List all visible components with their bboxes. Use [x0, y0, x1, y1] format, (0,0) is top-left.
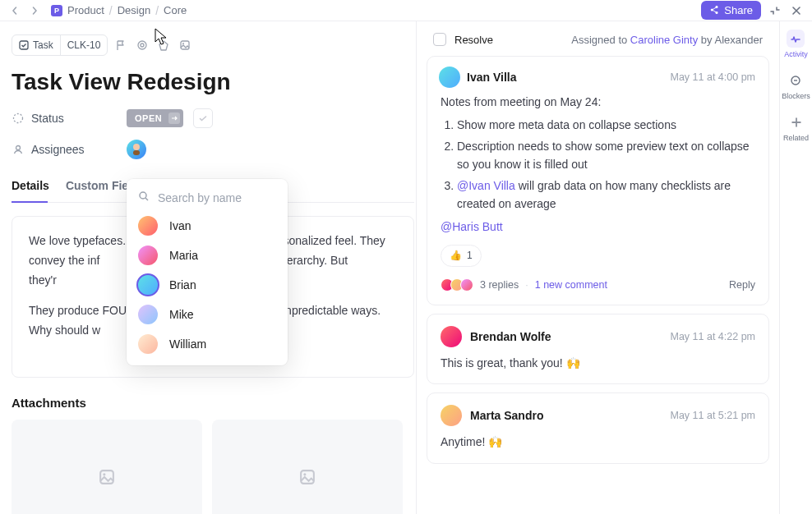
comment-list-item: Description needs to show some preview t… — [457, 137, 755, 174]
status-label: Status — [31, 112, 64, 125]
svg-point-2 — [141, 44, 144, 47]
status-caret-icon — [168, 112, 180, 124]
status-value: OPEN — [135, 113, 162, 123]
comment-card: Brendan Wolfe May 11 at 4:22 pm This is … — [427, 314, 769, 384]
breadcrumb-product[interactable]: Product — [67, 4, 104, 16]
status-icon — [12, 112, 25, 124]
search-icon — [138, 190, 150, 204]
tab-details[interactable]: Details — [12, 171, 49, 202]
avatar-icon — [441, 326, 462, 347]
comment-body: Anytime! 🙌 — [441, 433, 755, 451]
sidebar-tab-label: Related — [783, 134, 809, 142]
assigned-to-text: Assigned to Caroline Ginty by Alexander — [571, 34, 763, 46]
reply-button[interactable]: Reply — [729, 277, 755, 293]
svg-point-5 — [14, 114, 23, 123]
comment-timestamp: May 11 at 5:21 pm — [670, 410, 755, 421]
breadcrumb-separator: / — [109, 4, 113, 17]
sidebar-tab-blockers[interactable]: Blockers — [782, 71, 810, 100]
breadcrumb: P Product / Design / Core — [51, 4, 187, 17]
project-icon: P — [51, 5, 62, 16]
task-id: CLK-10 — [67, 39, 101, 51]
avatar-icon — [138, 246, 158, 265]
mention-link[interactable]: @Haris Butt — [441, 220, 503, 233]
attachment-placeholder[interactable] — [212, 420, 403, 514]
breadcrumb-design[interactable]: Design — [118, 4, 150, 16]
page-title: Task View Redesign — [12, 69, 414, 95]
comment-intro: Notes from meeting on May 24: — [441, 93, 755, 111]
nav-forward-button[interactable] — [28, 4, 41, 17]
reply-avatars — [441, 278, 473, 291]
assignee-option-maria[interactable]: Maria — [127, 241, 288, 270]
comment-timestamp: May 11 at 4:00 pm — [670, 71, 755, 83]
svg-rect-0 — [20, 41, 28, 49]
task-type-label: Task — [33, 39, 53, 51]
complete-checkbox[interactable] — [193, 108, 213, 128]
attachments-heading: Attachments — [12, 396, 414, 410]
task-pill[interactable]: Task CLK-10 — [12, 34, 108, 56]
comment-author: Brendan Wolfe — [470, 330, 551, 343]
svg-rect-9 — [100, 470, 113, 484]
target-icon[interactable] — [134, 37, 150, 53]
sidebar-tab-label: Activity — [784, 50, 808, 58]
comment-author: Ivan Villa — [467, 71, 516, 84]
svg-point-4 — [182, 43, 184, 44]
share-button[interactable]: Share — [701, 1, 761, 20]
flag-icon[interactable] — [113, 37, 129, 53]
breadcrumb-separator: / — [155, 4, 159, 17]
nav-back-button[interactable] — [8, 4, 21, 17]
sidebar-tab-activity[interactable]: Activity — [784, 30, 808, 58]
collapse-icon[interactable] — [768, 3, 782, 18]
comment-list-item: @Ivan Villa will grab data on how many c… — [457, 177, 755, 213]
close-icon[interactable] — [789, 3, 804, 18]
svg-point-12 — [303, 473, 306, 475]
breadcrumb-core[interactable]: Core — [164, 4, 187, 16]
attachment-placeholder[interactable] — [12, 420, 202, 514]
reaction-button[interactable]: 👍 1 — [441, 245, 482, 267]
avatar-icon — [138, 216, 158, 236]
status-badge[interactable]: OPEN — [127, 109, 183, 127]
new-comment-link[interactable]: 1 new comment — [535, 277, 607, 293]
share-label: Share — [724, 4, 753, 16]
svg-rect-3 — [181, 41, 189, 49]
svg-point-7 — [133, 144, 140, 150]
avatar-icon — [138, 334, 158, 354]
comment-author: Marta Sandro — [470, 409, 543, 422]
avatar-icon — [441, 405, 462, 426]
assignees-label: Assignees — [31, 143, 85, 156]
avatar-icon — [439, 67, 460, 88]
comment-body: This is great, thank you! 🙌 — [441, 354, 755, 372]
comment-card: Marta Sandro May 11 at 5:21 pm Anytime! … — [427, 392, 769, 463]
tag-icon[interactable] — [155, 37, 172, 53]
comment-timestamp: May 11 at 4:22 pm — [670, 331, 755, 342]
svg-point-10 — [103, 473, 105, 475]
svg-rect-8 — [133, 150, 140, 155]
assignee-dropdown: Ivan Maria Brian Mike William — [127, 179, 288, 365]
svg-point-13 — [140, 192, 146, 199]
assignee-option-brian[interactable]: Brian — [127, 270, 288, 300]
avatar-icon — [136, 273, 159, 296]
image-icon[interactable] — [177, 37, 193, 53]
assignee-search-input[interactable] — [158, 191, 276, 204]
assignees-icon — [12, 144, 25, 155]
tab-custom-fields[interactable]: Custom Fie — [66, 171, 128, 202]
comment-card: Ivan Villa May 11 at 4:00 pm Notes from … — [427, 56, 769, 305]
assignee-option-mike[interactable]: Mike — [127, 300, 288, 329]
replies-count[interactable]: 3 replies — [480, 277, 519, 293]
assignee-option-william[interactable]: William — [127, 329, 288, 359]
comment-list-item: Show more meta data on collapse sections — [457, 116, 755, 134]
svg-rect-11 — [301, 470, 314, 484]
sidebar-tab-related[interactable]: Related — [783, 113, 809, 142]
mention-link[interactable]: @Ivan Villa — [457, 179, 515, 192]
assignee-option-ivan[interactable]: Ivan — [127, 211, 288, 241]
resolve-label: Resolve — [454, 34, 493, 46]
svg-point-1 — [138, 41, 146, 49]
avatar-icon — [138, 305, 158, 324]
svg-point-6 — [16, 146, 21, 150]
assignee-avatar[interactable] — [127, 140, 146, 159]
resolve-checkbox[interactable] — [433, 33, 446, 46]
assignee-link[interactable]: Caroline Ginty — [630, 34, 698, 46]
sidebar-tab-label: Blockers — [782, 92, 810, 100]
